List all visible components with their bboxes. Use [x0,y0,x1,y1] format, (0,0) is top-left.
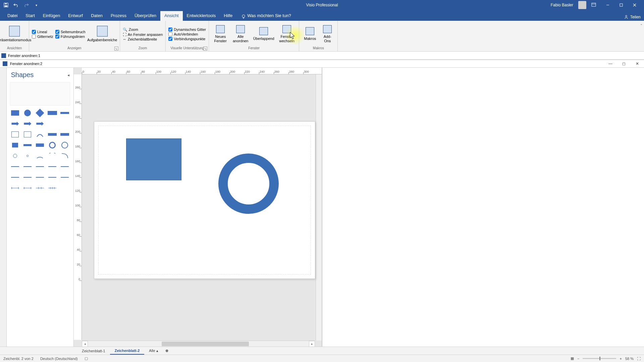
minimize-button[interactable] [601,0,614,10]
shape-line-10[interactable] [60,173,70,181]
zoom-in-icon[interactable]: + [620,357,622,361]
fenster-wechseln-button[interactable]: Fenster wechseln [277,22,296,46]
shape-donut[interactable] [47,141,57,149]
shape-line-3[interactable] [35,163,45,171]
shape-bar[interactable] [60,109,70,117]
subwindow-minimize[interactable]: — [604,60,617,68]
shape-rectangle[interactable] [10,109,20,117]
shape-segment[interactable] [35,141,45,149]
shape-item[interactable] [47,120,57,128]
fit-page-icon[interactable]: ⛶ [637,357,641,361]
shape-small-dot[interactable] [22,152,33,160]
scrollbar-horizontal[interactable]: ◂ ▸ [82,341,315,347]
shape-box-2[interactable] [22,130,33,138]
tab-datei[interactable]: Datei [3,11,21,21]
alle-anordnen-button[interactable]: Alle anordnen [231,22,250,46]
shape-line-9[interactable] [47,173,57,181]
neues-fenster-button[interactable]: Neues Fenster [212,22,229,46]
tab-ansicht[interactable]: Ansicht [160,11,183,21]
visuell-launcher[interactable]: ↘ [203,47,207,51]
shapes-search-area[interactable] [10,82,70,106]
shape-diamond[interactable] [35,109,45,117]
scrollbar-vertical[interactable] [316,74,322,341]
shape-thin-bar[interactable] [22,141,33,149]
shape-connector[interactable] [47,130,57,138]
gitternetz-checkbox[interactable]: Gitternetz [32,35,53,39]
shape-line-1[interactable] [10,163,20,171]
shape-arc-2[interactable] [47,152,57,160]
makros-button[interactable]: Makros [302,22,318,46]
aufgabenbereiche-button[interactable]: Aufgabenbereiche [88,22,117,46]
zoom-slider[interactable] [583,358,616,359]
macro-record-icon[interactable]: ▢ [85,356,88,361]
fit-window-button[interactable]: ⛶An Fenster anpassen [123,33,163,37]
shape-arrow-2[interactable] [22,120,33,128]
avatar[interactable] [578,1,586,9]
sheet-tab-alle[interactable]: Alle ▴ [144,347,163,354]
shape-dot[interactable] [10,152,20,160]
redo-icon[interactable] [23,2,30,8]
dynamic-grid-checkbox[interactable]: Dynamisches Gitter [168,27,206,32]
zoom-value[interactable]: 58 % [625,357,634,361]
view-normal-icon[interactable]: ▦ [571,356,574,361]
drawing-page[interactable] [94,121,315,279]
shape-arrow[interactable] [10,120,20,128]
shape-line-6[interactable] [10,173,20,181]
shape-line-7[interactable] [22,173,33,181]
shape-target[interactable] [60,141,70,149]
ueberlappend-button[interactable]: Überlappend [252,22,275,46]
tab-ueberpruefen[interactable]: Überprüfen [130,11,160,21]
tab-start[interactable]: Start [21,11,39,21]
shape-line-5[interactable] [60,163,70,171]
sheet-tab-2[interactable]: Zeichenblatt-2 [110,347,145,355]
maximize-button[interactable] [614,0,628,10]
shape-line-2[interactable] [22,163,33,171]
tab-einfuegen[interactable]: Einfügen [39,11,64,21]
shape-arrow-3[interactable] [35,120,45,128]
shape-item[interactable] [60,120,70,128]
tab-hilfe[interactable]: Hilfe [220,11,236,21]
shape-circle[interactable] [22,109,33,117]
tab-daten[interactable]: Daten [87,11,107,21]
page-width-button[interactable]: ↔Zeichenblattbreite [123,37,163,41]
shape-square[interactable] [10,141,20,149]
tab-entwurf[interactable]: Entwurf [64,11,87,21]
collapse-ribbon-icon[interactable]: ˇ [641,24,642,28]
qat-customize-icon[interactable]: ▾ [33,2,40,8]
scroll-left-icon[interactable]: ◂ [82,341,88,347]
shape-line-4[interactable] [47,163,57,171]
collapse-shapes-icon[interactable]: ◂ [67,73,69,77]
shape-line-8[interactable] [35,173,45,181]
undo-icon[interactable] [13,2,19,8]
scroll-right-icon[interactable]: ▸ [309,341,315,347]
subwindow-close[interactable]: ✕ [631,60,644,68]
sheet-tab-1[interactable]: Zeichenblatt-1 [77,348,110,354]
subwindow-maximize[interactable]: ◻ [617,60,631,68]
shape-wide-rect[interactable] [47,109,57,117]
tab-entwicklertools[interactable]: Entwicklertools [183,11,220,21]
shape-curve[interactable] [35,130,45,138]
lineal-checkbox[interactable]: Lineal [32,30,53,34]
rectangle-shape[interactable] [126,138,181,180]
shape-arc-3[interactable] [60,152,70,160]
tell-me-search[interactable]: Was möchten Sie tun? [246,11,295,21]
language-status[interactable]: Deutsch (Deutschland) [40,357,78,361]
scroll-thumb[interactable] [162,342,249,346]
shape-arc[interactable] [35,152,45,160]
save-icon[interactable] [3,2,9,8]
ribbon-display-icon[interactable] [591,3,596,7]
addons-button[interactable]: Add-Ons [320,22,335,46]
shape-box-1[interactable] [10,130,20,138]
anzeigen-launcher[interactable]: ↘ [114,47,118,51]
shape-dim-2[interactable] [22,184,33,192]
praesentationsmodus-button[interactable]: Präsentationsmodus [3,22,26,46]
zoom-button[interactable]: 🔍Zoom [123,27,163,32]
donut-shape[interactable] [218,154,279,214]
tab-prozess[interactable]: Prozess [107,11,130,21]
share-button[interactable]: Teilen [630,15,641,19]
shape-dim-1[interactable] [10,184,20,192]
autoconnect-checkbox[interactable]: AutoVerbinden [168,32,206,36]
shape-dim-4[interactable] [47,184,57,192]
shape-connector-2[interactable] [60,130,70,138]
zoom-out-icon[interactable]: − [577,357,579,361]
